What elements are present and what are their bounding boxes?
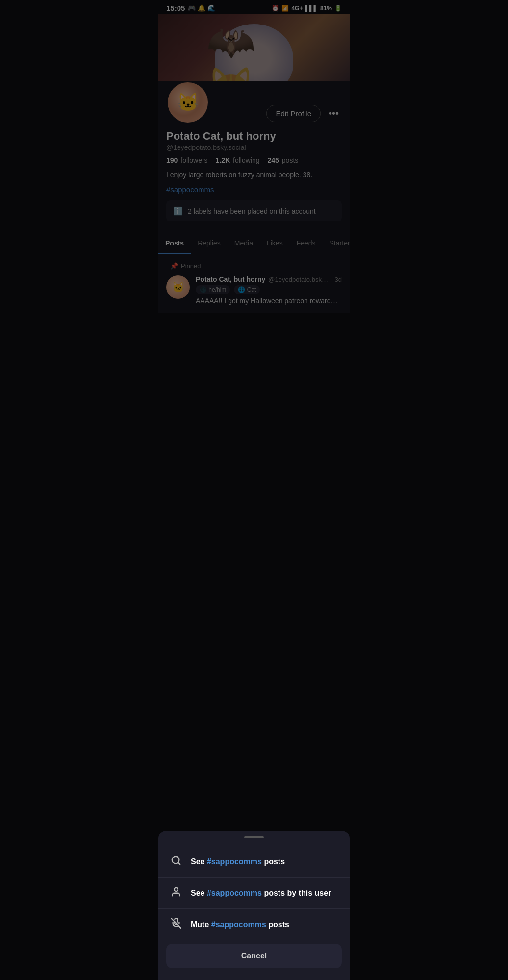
- bottom-sheet-backdrop[interactable]: [158, 0, 350, 313]
